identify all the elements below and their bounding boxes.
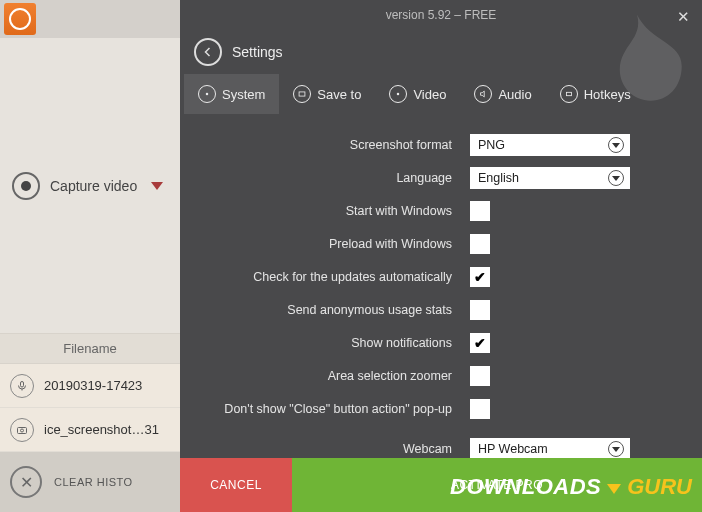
close-history-button[interactable]: ✕ bbox=[10, 466, 42, 498]
settings-title: Settings bbox=[232, 44, 283, 60]
record-icon bbox=[12, 172, 40, 200]
tab-label: Video bbox=[413, 87, 446, 102]
back-button[interactable] bbox=[194, 38, 222, 66]
tab-audio[interactable]: Audio bbox=[460, 74, 545, 114]
svg-point-3 bbox=[206, 93, 209, 96]
tab-label: Audio bbox=[498, 87, 531, 102]
checkbox-dont-show-close[interactable] bbox=[470, 399, 490, 419]
camera-icon bbox=[10, 418, 34, 442]
checkbox-start-with-windows[interactable] bbox=[470, 201, 490, 221]
tab-label: Hotkeys bbox=[584, 87, 631, 102]
download-arrow-icon bbox=[607, 484, 621, 494]
label-show-notifications: Show notifications bbox=[180, 336, 470, 350]
checkbox-show-notifications[interactable] bbox=[470, 333, 490, 353]
capture-video-button[interactable]: Capture video bbox=[0, 38, 180, 334]
label-area-zoomer: Area selection zoomer bbox=[180, 369, 470, 383]
checkbox-preload-with-windows[interactable] bbox=[470, 234, 490, 254]
tab-save-to[interactable]: Save to bbox=[279, 74, 375, 114]
checkbox-usage-stats[interactable] bbox=[470, 300, 490, 320]
svg-point-2 bbox=[21, 429, 24, 432]
tab-video[interactable]: Video bbox=[375, 74, 460, 114]
titlebar bbox=[0, 0, 180, 38]
settings-tabs: System Save to Video Audio Hotkeys bbox=[180, 74, 702, 114]
chevron-down-icon bbox=[608, 441, 624, 457]
settings-panel: version 5.92 – FREE ✕ Settings System Sa… bbox=[180, 0, 702, 512]
tab-hotkeys[interactable]: Hotkeys bbox=[546, 74, 645, 114]
select-value: English bbox=[478, 171, 519, 185]
select-webcam[interactable]: HP Webcam bbox=[470, 438, 630, 458]
label-screenshot-format: Screenshot format bbox=[180, 138, 470, 152]
tab-system[interactable]: System bbox=[184, 74, 279, 114]
sidebar: Capture video Filename 20190319-17423 ic… bbox=[0, 0, 180, 512]
svg-rect-4 bbox=[299, 92, 305, 96]
checkbox-check-updates[interactable] bbox=[470, 267, 490, 287]
svg-point-5 bbox=[397, 93, 400, 96]
app-logo-icon bbox=[4, 3, 36, 35]
chevron-down-icon bbox=[608, 137, 624, 153]
select-value: PNG bbox=[478, 138, 505, 152]
mic-icon bbox=[10, 374, 34, 398]
brand-left: DOWNLOADS bbox=[450, 474, 601, 500]
label-start-with-windows: Start with Windows bbox=[180, 204, 470, 218]
select-screenshot-format[interactable]: PNG bbox=[470, 134, 630, 156]
version-label: version 5.92 – FREE bbox=[180, 8, 702, 22]
filename-column-header: Filename bbox=[0, 334, 180, 364]
brand-watermark: DOWNLOADS GURU bbox=[450, 474, 692, 500]
settings-header: Settings bbox=[180, 30, 702, 74]
label-dont-show-close: Don't show "Close" button action" pop-up bbox=[180, 402, 470, 416]
tab-label: Save to bbox=[317, 87, 361, 102]
chevron-down-icon bbox=[608, 170, 624, 186]
folder-icon bbox=[293, 85, 311, 103]
label-preload-with-windows: Preload with Windows bbox=[180, 237, 470, 251]
svg-rect-6 bbox=[566, 92, 571, 95]
checkbox-area-zoomer[interactable] bbox=[470, 366, 490, 386]
label-webcam: Webcam bbox=[180, 442, 470, 456]
gear-icon bbox=[198, 85, 216, 103]
file-name: 20190319-17423 bbox=[44, 378, 142, 393]
select-value: HP Webcam bbox=[478, 442, 548, 456]
audio-icon bbox=[474, 85, 492, 103]
capture-video-label: Capture video bbox=[50, 178, 137, 194]
brand-right: GURU bbox=[627, 474, 692, 500]
settings-form: Screenshot format PNG Language English S… bbox=[180, 114, 702, 458]
keyboard-icon bbox=[560, 85, 578, 103]
label-usage-stats: Send anonymous usage stats bbox=[180, 303, 470, 317]
chevron-down-icon[interactable] bbox=[151, 182, 163, 190]
sidebar-footer: ✕ CLEAR HISTO bbox=[0, 452, 180, 512]
video-icon bbox=[389, 85, 407, 103]
label-check-updates: Check for the updates automatically bbox=[180, 270, 470, 284]
clear-history-button[interactable]: CLEAR HISTO bbox=[54, 476, 133, 488]
cancel-button[interactable]: CANCEL bbox=[180, 458, 292, 512]
svg-rect-0 bbox=[21, 381, 24, 387]
close-icon[interactable]: ✕ bbox=[677, 8, 690, 26]
select-language[interactable]: English bbox=[470, 167, 630, 189]
file-name: ice_screenshot…31 bbox=[44, 422, 159, 437]
list-item[interactable]: 20190319-17423 bbox=[0, 364, 180, 408]
tab-label: System bbox=[222, 87, 265, 102]
list-item[interactable]: ice_screenshot…31 bbox=[0, 408, 180, 452]
svg-rect-1 bbox=[18, 427, 27, 433]
label-language: Language bbox=[180, 171, 470, 185]
